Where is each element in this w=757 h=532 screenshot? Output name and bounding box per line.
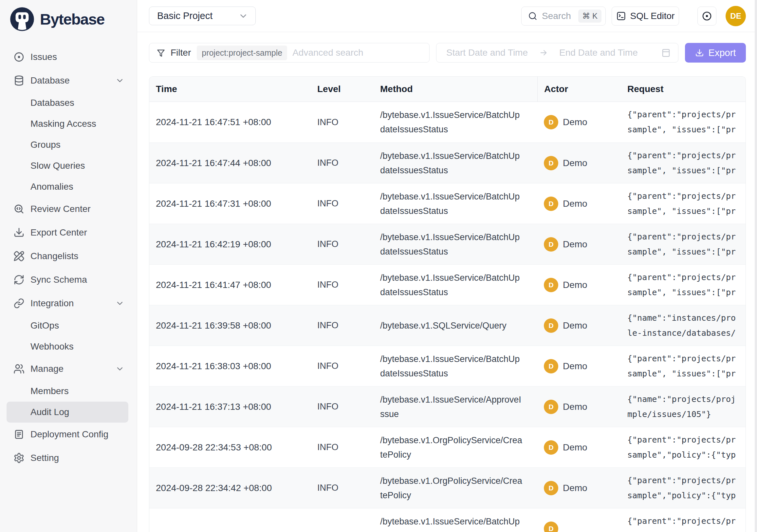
cell-time: [149, 508, 311, 532]
export-button[interactable]: Export: [685, 43, 746, 63]
cell-level: INFO: [311, 427, 374, 467]
cell-method: /bytebase.v1.IssueService/BatchUpdateIss…: [374, 102, 537, 142]
table-row[interactable]: 2024-09-28 22:34:53 +08:00 INFO /bytebas…: [149, 427, 745, 467]
end-date-placeholder: End Date and Time: [559, 47, 638, 58]
table-row[interactable]: 2024-11-21 16:47:51 +08:00 INFO /bytebas…: [149, 102, 745, 142]
cell-request: {"parent":"projects/pr sample","policy":…: [621, 468, 745, 508]
table-row[interactable]: 2024-11-21 16:37:13 +08:00 INFO /bytebas…: [149, 386, 745, 427]
download-icon: [695, 48, 704, 57]
database-icon: [13, 75, 25, 86]
table-row[interactable]: 2024-11-21 16:41:47 +08:00 INFO /bytebas…: [149, 265, 745, 305]
bytebase-mascot-icon: [10, 7, 34, 31]
actor-avatar: D: [544, 318, 558, 333]
chevron-down-icon[interactable]: [115, 364, 124, 373]
cell-request: {"parent":"projects/pr sample", "issues"…: [621, 224, 745, 265]
cell-level: INFO: [311, 387, 374, 427]
cell-method: /bytebase.v1.IssueService/BatchUpdateIss…: [374, 143, 537, 183]
sidebar-item-members[interactable]: Members: [7, 381, 128, 402]
actor-avatar: D: [544, 400, 558, 414]
link-icon: [13, 297, 25, 309]
sidebar-item-masking-access[interactable]: Masking Access: [7, 113, 128, 134]
cell-time: 2024-09-28 22:34:53 +08:00: [149, 427, 311, 467]
project-selector-value: Basic Project: [157, 11, 213, 21]
brand-logo[interactable]: Bytebase: [10, 7, 137, 31]
actor-avatar: D: [544, 440, 558, 455]
sql-editor-button[interactable]: SQL Editor: [612, 7, 679, 25]
sidebar-item-export-center[interactable]: Export Center: [0, 221, 137, 244]
cell-request: {"name":"instances/pro le-instance/datab…: [621, 305, 745, 346]
user-avatar[interactable]: DE: [726, 6, 746, 26]
sidebar-item-groups[interactable]: Groups: [7, 134, 128, 155]
table-body: 2024-11-21 16:47:51 +08:00 INFO /bytebas…: [149, 102, 745, 532]
actor-avatar: D: [544, 197, 558, 211]
filter-chip-project[interactable]: project:project-sample: [197, 46, 287, 60]
search-button[interactable]: Search ⌘ K: [521, 7, 606, 25]
sidebar-item-deployment-config[interactable]: Deployment Config: [0, 422, 137, 446]
table-header: Time Level Method Actor Request: [149, 77, 745, 102]
chevron-down-icon: [238, 11, 248, 21]
search-code-icon: [13, 203, 25, 215]
circle-dot-icon: [702, 11, 712, 21]
cell-time: 2024-09-28 22:34:42 +08:00: [149, 468, 311, 508]
sidebar-item-anomalies[interactable]: Anomalies: [7, 176, 128, 197]
date-range-picker[interactable]: Start Date and Time End Date and Time: [436, 43, 679, 63]
cell-level: [311, 508, 374, 532]
table-row[interactable]: 2024-11-21 16:39:58 +08:00 INFO /bytebas…: [149, 305, 745, 346]
cell-actor: D Demo: [537, 265, 621, 305]
cell-method: /bytebase.v1.IssueService/BatchUpdateIss…: [374, 265, 537, 305]
cell-request: {"parent":"projects/pr sample", "issues"…: [621, 102, 745, 142]
search-label: Search: [542, 11, 571, 21]
sidebar-item-manage[interactable]: Manage: [0, 357, 137, 381]
actor-name: Demo: [563, 402, 588, 412]
scrollbar[interactable]: [755, 0, 757, 532]
actor-name: Demo: [563, 199, 588, 209]
project-selector[interactable]: Basic Project: [149, 7, 256, 25]
sidebar-item-setting[interactable]: Setting: [0, 446, 137, 470]
funnel-icon: [157, 48, 166, 57]
cell-actor: D Demo: [537, 183, 621, 224]
advanced-search-input[interactable]: [292, 47, 423, 58]
sidebar-item-review-center[interactable]: Review Center: [0, 197, 137, 221]
cell-level: INFO: [311, 224, 374, 265]
sidebar-item-sync-schema[interactable]: Sync Schema: [0, 268, 137, 292]
download-icon: [13, 227, 25, 238]
filter-input-box[interactable]: Filter project:project-sample: [149, 43, 430, 63]
sidebar-nav: Issues Database Databases Masking Access…: [0, 45, 137, 470]
cell-time: 2024-11-21 16:42:19 +08:00: [149, 224, 311, 265]
cell-request: {"parent":"projects/pr sample","policy":…: [621, 427, 745, 467]
sidebar-item-audit-log[interactable]: Audit Log: [7, 402, 128, 422]
sidebar-item-issues[interactable]: Issues: [0, 45, 137, 69]
cell-method: /bytebase.v1.OrgPolicyService/CreatePoli…: [374, 427, 537, 467]
file-lines-icon: [13, 428, 25, 440]
table-row[interactable]: 2024-11-21 16:38:03 +08:00 INFO /bytebas…: [149, 346, 745, 386]
pencil-ruler-icon: [13, 250, 25, 262]
column-header-level: Level: [311, 77, 374, 102]
sidebar-item-integration[interactable]: Integration: [0, 292, 137, 315]
sidebar-item-database[interactable]: Database: [0, 69, 137, 92]
actor-name: Demo: [563, 280, 588, 290]
cell-method: /bytebase.v1.IssueService/BatchUpdateIss…: [374, 346, 537, 386]
sidebar-item-changelists[interactable]: Changelists: [0, 244, 137, 268]
cell-actor: D: [537, 508, 621, 532]
bytebase-app: Bytebase Issues Database Databases Maski…: [0, 0, 757, 532]
sidebar-item-gitops[interactable]: GitOps: [7, 315, 128, 336]
table-row[interactable]: 2024-11-21 16:42:19 +08:00 INFO /bytebas…: [149, 224, 745, 265]
table-row[interactable]: /bytebase.v1.IssueService/BatchUpdateIss…: [149, 508, 745, 532]
sidebar-item-slow-queries[interactable]: Slow Queries: [7, 155, 128, 176]
column-header-time: Time: [149, 77, 311, 102]
cell-level: INFO: [311, 183, 374, 224]
cell-time: 2024-11-21 16:47:31 +08:00: [149, 183, 311, 224]
table-row[interactable]: 2024-11-21 16:47:31 +08:00 INFO /bytebas…: [149, 183, 745, 224]
chevron-down-icon[interactable]: [115, 299, 124, 308]
table-row[interactable]: 2024-11-21 16:47:44 +08:00 INFO /bytebas…: [149, 142, 745, 183]
actor-name: Demo: [563, 361, 588, 371]
sidebar-item-webhooks[interactable]: Webhooks: [7, 336, 128, 357]
table-row[interactable]: 2024-09-28 22:34:42 +08:00 INFO /bytebas…: [149, 467, 745, 508]
chevron-down-icon[interactable]: [115, 76, 124, 85]
actor-avatar: D: [544, 359, 558, 373]
cell-request: {"parent":"projects/pr sample", "issues"…: [621, 143, 745, 183]
sidebar-item-databases[interactable]: Databases: [7, 92, 128, 113]
circle-dot-icon: [13, 51, 25, 63]
circle-dot-icon-button[interactable]: [697, 7, 716, 25]
actor-name: Demo: [563, 117, 588, 127]
